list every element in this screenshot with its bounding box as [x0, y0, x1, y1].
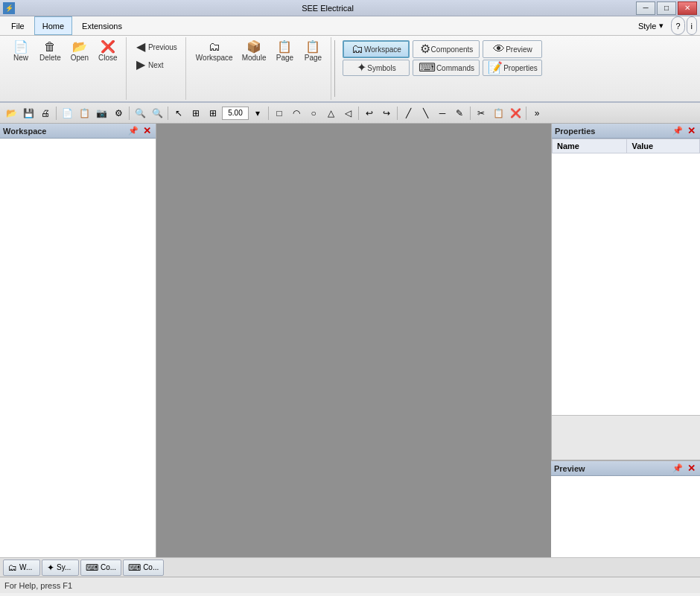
ribbon-group-workspace: 🗂 Workspace 📦 Module 📋 Page 📋 Page — [188, 37, 332, 100]
tb-grid-btn[interactable]: ⊞ — [205, 105, 221, 121]
menu-extensions[interactable]: Extensions — [74, 16, 130, 35]
tb-cut-btn[interactable]: ✂ — [473, 105, 489, 121]
workspace-pin-button[interactable]: 📌 — [127, 125, 139, 137]
commands1-tab-label: Co... — [101, 563, 116, 571]
ribbon-group-nav: ◀ Previous ▶ Next — [128, 37, 186, 100]
tb-undo-btn[interactable]: ↩ — [361, 105, 378, 121]
tb-camera-btn[interactable]: 📷 — [93, 105, 109, 121]
ribbon: 📄 New 🗑 Delete 📂 Open ❌ Close — [0, 36, 700, 103]
ribbon-group-views: 🗂 Workspace ⚙ Components 👁 Preview ✦ Sym… — [338, 37, 547, 100]
symbols-tab-label: Sy... — [57, 563, 71, 571]
properties-close-button[interactable]: ✕ — [685, 125, 697, 137]
workspace-panel-title: Workspace — [3, 127, 47, 136]
properties-view-button[interactable]: 📝 Properties — [483, 60, 542, 76]
tb-marker-btn[interactable]: ✎ — [451, 105, 468, 121]
close-button[interactable]: ✕ — [678, 1, 697, 15]
tb-line-btn[interactable]: ╱ — [400, 105, 416, 121]
tb-delete-btn[interactable]: ❌ — [507, 105, 524, 121]
commands2-tab-label: Co... — [143, 563, 159, 571]
menu-file[interactable]: File — [3, 16, 33, 35]
zoom-input[interactable] — [222, 107, 249, 120]
tb-copy-btn[interactable]: 📋 — [76, 105, 92, 121]
tb-line3-btn[interactable]: ─ — [434, 105, 451, 121]
commands2-tab-icon: ⌨ — [128, 562, 141, 573]
preview-panel-header: Preview 📌 ✕ — [551, 461, 700, 476]
workspace-tab-icon: 🗂 — [8, 562, 17, 573]
bottom-tab-commands1[interactable]: ⌨ Co... — [80, 559, 121, 576]
tb-line2-btn[interactable]: ╲ — [417, 105, 433, 121]
workspace-close-button[interactable]: ✕ — [141, 125, 153, 137]
tb-poly2-btn[interactable]: ◁ — [340, 105, 356, 121]
tb-settings-btn[interactable]: ⚙ — [110, 105, 127, 121]
value-column-header: Value — [627, 139, 700, 153]
workspace-content — [0, 139, 156, 557]
main-area: Workspace 📌 ✕ Properties 📌 ✕ — [0, 124, 700, 557]
tb-select-btn[interactable]: ↖ — [171, 105, 187, 121]
style-dropdown[interactable]: Style ▾ — [634, 16, 668, 35]
properties-preview — [552, 415, 700, 460]
toolbar: 📂 💾 🖨 📄 📋 📷 ⚙ 🔍 🔍 ↖ ⊞ ⊞ ▾ □ ◠ ○ △ ◁ ↩ ↪ … — [0, 103, 700, 124]
workspace-tab-label: W... — [19, 563, 32, 571]
page-left-button[interactable]: 📋 Page — [271, 39, 298, 64]
tb-zoom-in-btn[interactable]: 🔍 — [132, 105, 148, 121]
workspace-panel: Workspace 📌 ✕ — [0, 124, 156, 557]
tb-zoom-out-btn[interactable]: 🔍 — [149, 105, 165, 121]
bottom-tab-symbols[interactable]: ✦ Sy... — [42, 559, 79, 576]
ribbon-group-file: 📄 New 🗑 Delete 📂 Open ❌ Close — [3, 37, 127, 100]
tb-redo-btn[interactable]: ↪ — [378, 105, 395, 121]
properties-body: Name Value — [552, 139, 700, 415]
minimize-button[interactable]: ─ — [636, 1, 655, 15]
bottom-tab-commands2[interactable]: ⌨ Co... — [123, 559, 164, 576]
preview-button[interactable]: 👁 Preview — [483, 40, 542, 58]
properties-table: Name Value — [552, 139, 700, 153]
menu-bar: File Home Extensions Style ▾ ? i — [0, 16, 700, 36]
delete-button[interactable]: 🗑 Delete — [36, 39, 65, 64]
new-button[interactable]: 📄 New — [7, 39, 34, 64]
tb-new-doc-btn[interactable]: 📄 — [59, 105, 75, 121]
workspace-nav-button[interactable]: 🗂 Workspace — [192, 39, 237, 64]
commands-button[interactable]: ⌨ Commands — [413, 60, 480, 76]
right-panels: Properties 📌 ✕ Name Value — [551, 124, 700, 557]
page-right-button[interactable]: 📋 Page — [299, 39, 326, 64]
tb-more-btn[interactable]: » — [529, 105, 545, 121]
next-button[interactable]: ▶ Next — [133, 57, 181, 73]
name-column-header: Name — [553, 139, 627, 153]
tb-arc-btn[interactable]: ◠ — [288, 105, 305, 121]
properties-pin-button[interactable]: 📌 — [672, 125, 684, 137]
menu-home[interactable]: Home — [34, 16, 72, 35]
tb-open-btn[interactable]: 📂 — [3, 105, 19, 121]
properties-panel-header: Properties 📌 ✕ — [552, 124, 700, 139]
close-doc-button[interactable]: ❌ Close — [95, 39, 121, 64]
symbols-button[interactable]: ✦ Symbols — [343, 60, 410, 76]
tb-snap-btn[interactable]: ⊞ — [188, 105, 204, 121]
app-icon: ⚡ — [3, 2, 15, 14]
bottom-tabs-bar: 🗂 W... ✦ Sy... ⌨ Co... ⌨ Co... — [0, 557, 700, 577]
preview-close-button[interactable]: ✕ — [685, 463, 697, 475]
workspace-view-button[interactable]: 🗂 Workspace — [343, 40, 410, 58]
info-button[interactable]: i — [687, 16, 697, 35]
tb-print-btn[interactable]: 🖨 — [37, 105, 54, 121]
preview-panel: Preview 📌 ✕ — [551, 460, 700, 557]
commands1-tab-icon: ⌨ — [86, 562, 98, 573]
tb-save-btn[interactable]: 💾 — [20, 105, 36, 121]
tb-paste-btn[interactable]: 📋 — [490, 105, 506, 121]
workspace-panel-header: Workspace 📌 ✕ — [0, 124, 156, 139]
tb-rect-btn[interactable]: □ — [271, 105, 287, 121]
components-button[interactable]: ⚙ Components — [413, 40, 480, 58]
module-button[interactable]: 📦 Module — [238, 39, 270, 64]
tb-zoom-dropdown[interactable]: ▾ — [249, 105, 266, 121]
bottom-tab-workspace[interactable]: 🗂 W... — [3, 559, 40, 576]
preview-panel-title: Preview — [554, 464, 585, 473]
help-button[interactable]: ? — [671, 16, 684, 35]
title-bar: ⚡ SEE Electrical ─ □ ✕ — [0, 0, 700, 16]
preview-pin-button[interactable]: 📌 — [672, 463, 684, 475]
tb-poly-btn[interactable]: △ — [322, 105, 339, 121]
status-bar: For Help, press F1 — [0, 577, 700, 593]
preview-content — [551, 476, 700, 557]
canvas-area[interactable] — [156, 124, 551, 557]
maximize-button[interactable]: □ — [657, 1, 676, 15]
tb-circle-btn[interactable]: ○ — [305, 105, 322, 121]
symbols-tab-icon: ✦ — [47, 562, 54, 573]
previous-button[interactable]: ◀ Previous — [133, 39, 181, 55]
open-button[interactable]: 📂 Open — [66, 39, 93, 64]
